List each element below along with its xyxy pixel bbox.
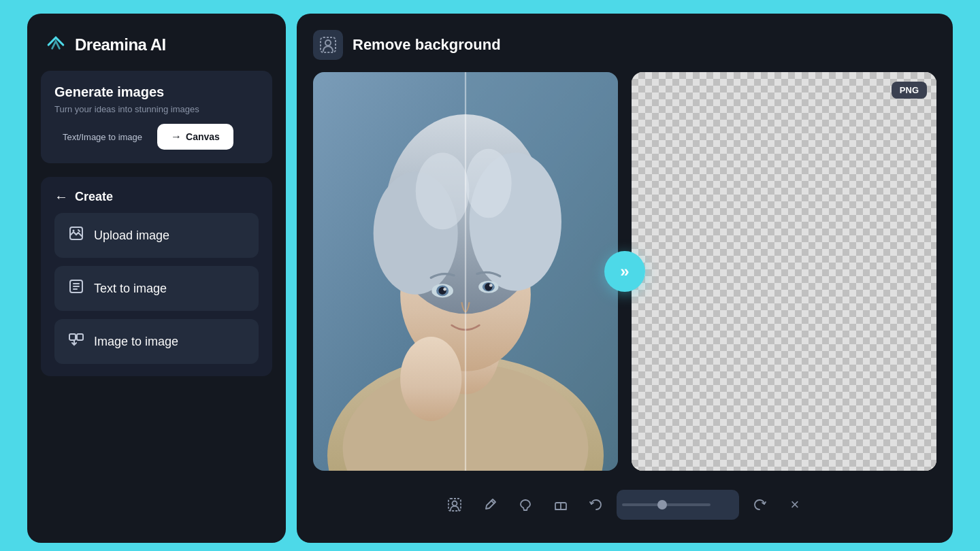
- png-badge: PNG: [892, 82, 927, 99]
- image-to-image-label: Image to image: [94, 335, 178, 349]
- svg-point-28: [400, 337, 461, 421]
- close-button[interactable]: ×: [780, 490, 810, 520]
- upload-image-icon: [68, 225, 84, 246]
- generate-title: Generate images: [54, 84, 259, 100]
- right-panel: Remove background: [297, 14, 953, 543]
- image-to-image-icon: [68, 331, 84, 352]
- undo-icon: [589, 497, 604, 512]
- redo-button[interactable]: [745, 490, 774, 520]
- text-to-image-label: Text to image: [94, 282, 167, 296]
- images-area: »: [313, 72, 936, 471]
- toolbar: ×: [313, 483, 936, 527]
- eraser-tool-button[interactable]: [546, 490, 576, 520]
- create-section: ← Create Upload image: [41, 177, 272, 376]
- app-container: Dreamina AI Generate images Turn your id…: [27, 14, 953, 543]
- sidebar: Dreamina AI Generate images Turn your id…: [27, 14, 286, 543]
- text-image-button[interactable]: Text/Image to image: [54, 127, 150, 148]
- brush-icon: [483, 497, 497, 512]
- remove-bg-icon: [319, 36, 337, 54]
- original-image: [313, 72, 618, 471]
- generate-card: Generate images Turn your ideas into stu…: [41, 71, 272, 163]
- logo-icon: [44, 33, 68, 57]
- sidebar-item-upload-image[interactable]: Upload image: [54, 213, 259, 258]
- svg-rect-3: [69, 334, 76, 340]
- svg-point-18: [416, 152, 470, 229]
- checkered-bg: [632, 72, 936, 471]
- upload-image-label: Upload image: [94, 229, 169, 243]
- back-arrow-icon: ←: [54, 189, 68, 205]
- svg-point-27: [489, 284, 493, 287]
- brush-size-slider-container: [617, 490, 739, 520]
- svg-point-26: [443, 288, 446, 291]
- create-header: ← Create: [54, 189, 259, 205]
- svg-point-6: [325, 40, 331, 46]
- svg-rect-4: [77, 334, 83, 340]
- lasso-tool-button[interactable]: [510, 490, 540, 520]
- text-to-image-icon: [68, 278, 84, 299]
- person-select-icon: [447, 497, 462, 512]
- sidebar-item-image-to-image[interactable]: Image to image: [54, 319, 259, 364]
- original-portrait-svg: [313, 72, 618, 471]
- brush-size-slider[interactable]: [622, 503, 710, 506]
- svg-point-19: [466, 149, 512, 218]
- split-container: [313, 72, 618, 471]
- generate-subtitle: Turn your ideas into stunning images: [54, 104, 259, 114]
- canvas-label: Canvas: [186, 131, 220, 142]
- sidebar-item-text-to-image[interactable]: Text to image: [54, 266, 259, 311]
- eraser-icon: [553, 497, 568, 512]
- brush-tool-button[interactable]: [475, 490, 505, 520]
- undo-button[interactable]: [581, 490, 611, 520]
- redo-icon: [752, 497, 767, 512]
- arrow-icon: →: [171, 131, 182, 143]
- canvas-button[interactable]: → Canvas: [157, 124, 233, 150]
- result-image: PNG: [632, 72, 936, 471]
- logo-area: Dreamina AI: [41, 33, 272, 57]
- close-icon: ×: [791, 496, 800, 514]
- header-icon-bg: [313, 30, 343, 60]
- svg-point-57: [453, 501, 457, 506]
- app-title: Dreamina AI: [75, 35, 166, 54]
- svg-point-1: [73, 230, 75, 232]
- panel-header: Remove background: [313, 30, 936, 60]
- double-arrow-icon: »: [620, 262, 629, 281]
- process-arrow-button[interactable]: »: [604, 251, 645, 292]
- lasso-icon: [518, 497, 533, 512]
- create-label: Create: [75, 190, 113, 204]
- generate-buttons: Text/Image to image → Canvas: [54, 124, 259, 150]
- person-select-tool-button[interactable]: [440, 490, 470, 520]
- panel-title: Remove background: [353, 36, 501, 54]
